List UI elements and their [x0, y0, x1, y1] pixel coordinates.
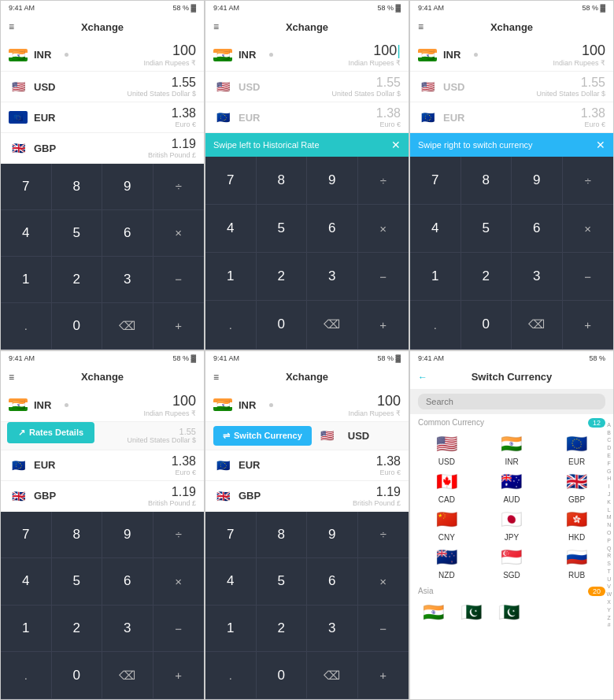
key-del-1[interactable]: ⌫ — [102, 303, 154, 350]
key-6-1[interactable]: 6 — [102, 210, 154, 257]
alpha-k[interactable]: K — [606, 498, 612, 506]
grid-item-gbp[interactable]: 🇬🇧 GBP — [546, 471, 607, 504]
key-9-2[interactable]: 9 — [307, 157, 358, 205]
key-8-2[interactable]: 8 — [257, 157, 308, 205]
key-5-5[interactable]: 5 — [257, 558, 308, 606]
key-div-4[interactable]: ÷ — [154, 512, 205, 559]
key-dot-5[interactable]: . — [205, 652, 257, 699]
search-input[interactable] — [418, 394, 605, 409]
key-9-1[interactable]: 9 — [102, 164, 154, 210]
grid-item-aud[interactable]: 🇦🇺 AUD — [482, 471, 542, 504]
menu-icon-5[interactable]: ≡ — [213, 372, 219, 383]
key-del-5[interactable]: ⌫ — [307, 652, 358, 699]
alpha-a[interactable]: A — [606, 420, 612, 428]
alpha-u[interactable]: U — [606, 575, 612, 583]
grid-item-nzd[interactable]: 🇳🇿 NZD — [416, 546, 477, 580]
currency-row-gbp-4[interactable]: 🇬🇧 GBP 1.19 British Pound £ — [1, 481, 204, 512]
key-7-3[interactable]: 7 — [410, 157, 461, 205]
grid-item-inr[interactable]: 🇮🇳 INR — [482, 433, 542, 466]
key-4-1[interactable]: 4 — [1, 210, 52, 257]
currency-row-eur-3[interactable]: 🇪🇺 EUR 1.38 Euro € — [410, 102, 613, 133]
key-mul-3[interactable]: × — [563, 205, 614, 253]
currency-row-eur-5[interactable]: 🇪🇺 EUR 1.38 Euro € — [205, 450, 409, 481]
key-del-4[interactable]: ⌫ — [102, 652, 154, 699]
grid-item-rub[interactable]: 🇷🇺 RUB — [546, 546, 607, 580]
key-div-2[interactable]: ÷ — [358, 157, 409, 205]
key-dot-3[interactable]: . — [410, 301, 461, 349]
key-2-2[interactable]: 2 — [257, 253, 308, 301]
alpha-hash[interactable]: # — [606, 621, 612, 629]
alpha-h[interactable]: H — [606, 475, 612, 483]
alpha-y[interactable]: Y — [606, 606, 612, 614]
key-mul-5[interactable]: × — [358, 558, 409, 606]
key-dot-2[interactable]: . — [205, 301, 257, 349]
alpha-z[interactable]: Z — [606, 613, 612, 621]
menu-icon-1[interactable]: ≡ — [9, 21, 14, 32]
key-5-1[interactable]: 5 — [52, 210, 103, 257]
currency-row-usd-2[interactable]: 🇺🇸 USD 1.55 United States Dollar $ — [205, 72, 409, 102]
key-6-3[interactable]: 6 — [512, 205, 563, 253]
key-div-1[interactable]: ÷ — [154, 164, 205, 210]
alpha-e[interactable]: E — [606, 452, 612, 460]
key-8-3[interactable]: 8 — [461, 157, 512, 205]
key-plus-4[interactable]: + — [154, 652, 205, 699]
back-icon-6[interactable]: ← — [418, 372, 427, 383]
grid-item-asia-1[interactable]: 🇮🇳 — [416, 602, 449, 624]
key-9-5[interactable]: 9 — [307, 512, 358, 559]
key-7-2[interactable]: 7 — [205, 157, 257, 205]
key-5-4[interactable]: 5 — [52, 558, 103, 606]
key-plus-1[interactable]: + — [154, 303, 205, 350]
grid-item-sgd[interactable]: 🇸🇬 SGD — [482, 546, 542, 580]
key-mul-2[interactable]: × — [358, 205, 409, 253]
currency-row-inr-5[interactable]: 🇮🇳 INR 100 Indian Rupees ₹ — [205, 389, 409, 422]
currency-row-usd-3[interactable]: 🇺🇸 USD 1.55 United States Dollar $ — [410, 72, 613, 102]
key-min-3[interactable]: − — [563, 253, 614, 301]
alpha-w[interactable]: W — [606, 591, 612, 598]
grid-item-usd[interactable]: 🇺🇸 USD — [416, 433, 477, 466]
key-3-4[interactable]: 3 — [102, 606, 154, 653]
key-mul-4[interactable]: × — [154, 558, 205, 606]
key-4-3[interactable]: 4 — [410, 205, 461, 253]
grid-item-hkd[interactable]: 🇭🇰 HKD — [546, 509, 607, 542]
currency-row-inr-2[interactable]: 🇮🇳 INR 100| Indian Rupees ₹ — [205, 39, 409, 72]
key-2-3[interactable]: 2 — [461, 253, 512, 301]
key-7-1[interactable]: 7 — [1, 164, 52, 210]
key-1-2[interactable]: 1 — [205, 253, 257, 301]
key-4-2[interactable]: 4 — [205, 205, 257, 253]
key-min-2[interactable]: − — [358, 253, 409, 301]
currency-row-eur-4[interactable]: 🇪🇺 EUR 1.38 Euro € — [1, 450, 204, 481]
menu-icon-3[interactable]: ≡ — [418, 21, 424, 32]
alpha-n[interactable]: N — [606, 521, 612, 529]
key-mul-1[interactable]: × — [154, 210, 205, 257]
menu-icon-4[interactable]: ≡ — [9, 372, 14, 383]
key-1-1[interactable]: 1 — [1, 257, 52, 303]
key-8-4[interactable]: 8 — [52, 512, 103, 559]
currency-row-eur-1[interactable]: 🇪🇺 EUR 1.38 Euro € — [1, 102, 204, 133]
key-min-4[interactable]: − — [154, 606, 205, 653]
key-3-2[interactable]: 3 — [307, 253, 358, 301]
key-9-4[interactable]: 9 — [102, 512, 154, 559]
key-3-3[interactable]: 3 — [512, 253, 563, 301]
menu-icon-2[interactable]: ≡ — [213, 21, 219, 32]
grid-item-asia-3[interactable]: 🇵🇰 — [492, 602, 525, 624]
key-div-3[interactable]: ÷ — [563, 157, 614, 205]
key-5-2[interactable]: 5 — [257, 205, 308, 253]
alpha-x[interactable]: X — [606, 598, 612, 606]
key-div-5[interactable]: ÷ — [358, 512, 409, 559]
key-6-2[interactable]: 6 — [307, 205, 358, 253]
alpha-t[interactable]: T — [606, 568, 612, 576]
tooltip-close-3[interactable]: ✕ — [596, 139, 605, 151]
alpha-q[interactable]: Q — [606, 544, 612, 552]
key-0-5[interactable]: 0 — [257, 652, 308, 699]
currency-row-gbp-1[interactable]: 🇬🇧 GBP 1.19 British Pound £ — [1, 133, 204, 164]
key-1-3[interactable]: 1 — [410, 253, 461, 301]
key-4-4[interactable]: 4 — [1, 558, 52, 606]
key-0-3[interactable]: 0 — [461, 301, 512, 349]
grid-item-cad[interactable]: 🇨🇦 CAD — [416, 471, 477, 504]
alpha-v[interactable]: V — [606, 583, 612, 591]
rates-details-button[interactable]: ↗ Rates Details — [7, 422, 94, 443]
key-3-5[interactable]: 3 — [307, 606, 358, 653]
key-2-5[interactable]: 2 — [257, 606, 308, 653]
key-6-5[interactable]: 6 — [307, 558, 358, 606]
tooltip-close-2[interactable]: ✕ — [391, 139, 401, 151]
